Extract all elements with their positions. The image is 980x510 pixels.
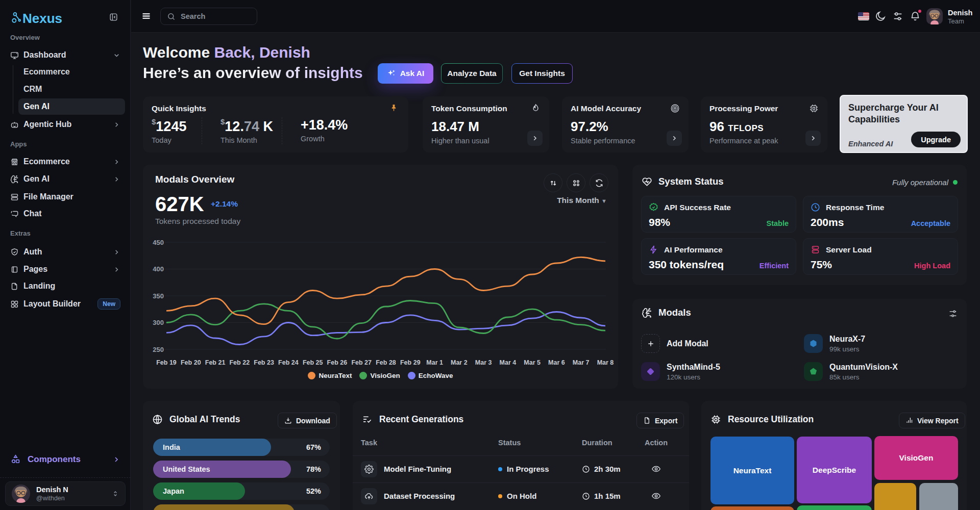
svg-text:Feb 19: Feb 19 (156, 359, 177, 366)
svg-text:Mar 6: Mar 6 (548, 359, 565, 366)
svg-text:Feb 27: Feb 27 (351, 359, 372, 366)
svg-text:Mar 1: Mar 1 (426, 359, 443, 366)
svg-text:Feb 22: Feb 22 (229, 359, 250, 366)
svg-text:450: 450 (153, 239, 164, 246)
svg-text:Feb 28: Feb 28 (376, 359, 396, 366)
svg-text:Mar 3: Mar 3 (475, 359, 492, 366)
svg-text:Mar 2: Mar 2 (451, 359, 468, 366)
svg-text:Feb 26: Feb 26 (327, 359, 348, 366)
svg-text:300: 300 (153, 319, 164, 326)
svg-text:Mar 5: Mar 5 (524, 359, 541, 366)
svg-text:250: 250 (153, 346, 164, 353)
svg-text:Feb 20: Feb 20 (181, 359, 201, 366)
svg-text:Feb 24: Feb 24 (278, 359, 299, 366)
svg-text:Mar 7: Mar 7 (573, 359, 590, 366)
svg-text:350: 350 (153, 292, 164, 300)
svg-text:Feb 23: Feb 23 (254, 359, 274, 366)
svg-text:Mar 4: Mar 4 (500, 359, 517, 366)
svg-text:400: 400 (153, 265, 164, 273)
svg-text:Mar 8: Mar 8 (597, 359, 614, 366)
svg-text:Feb 29: Feb 29 (400, 359, 421, 366)
svg-text:Feb 21: Feb 21 (205, 359, 226, 366)
svg-text:Feb 25: Feb 25 (303, 359, 323, 366)
